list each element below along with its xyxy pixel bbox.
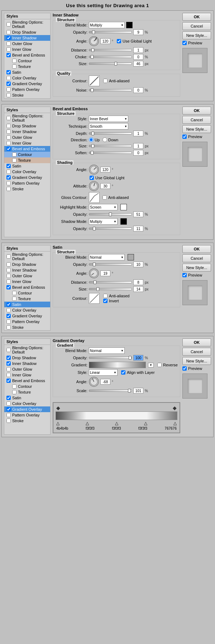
preview-check-1[interactable] (182, 41, 187, 45)
reverse-check-4[interactable] (157, 363, 162, 367)
new-style-button-2[interactable]: New Style... (182, 125, 211, 133)
soften-value-2[interactable]: 0 (133, 150, 143, 156)
cancel-button-1[interactable]: Cancel (182, 22, 211, 30)
styles-item-innerglow-4[interactable]: Inner Glow (4, 372, 50, 378)
opacity-slider-4[interactable] (89, 357, 132, 359)
soften-slider-2[interactable] (89, 152, 132, 154)
styles-item-patternoverlay-2[interactable]: Pattern Overlay (4, 180, 50, 186)
satin-invert-check-3[interactable] (103, 299, 108, 303)
styles-item-outerglow-3[interactable]: Outer Glow (4, 273, 50, 279)
styles-item-coloroverlay-1[interactable]: Color Overlay (4, 75, 50, 81)
ok-button-2[interactable]: OK (182, 107, 211, 114)
styles-item-patternoverlay-4[interactable]: Pattern Overlay (4, 412, 50, 418)
style-dropdown-4[interactable]: Linear▼ (89, 369, 118, 376)
distance-slider-1[interactable] (89, 49, 132, 51)
shading-angle-dial-2[interactable] (89, 165, 99, 175)
blend-color-swatch-3[interactable] (128, 254, 134, 260)
styles-item-stroke-2[interactable]: Stroke (4, 186, 50, 192)
gradient-bar-4[interactable] (56, 411, 177, 420)
styles-item-texture-4[interactable]: Texture (4, 389, 50, 395)
ok-button-3[interactable]: OK (182, 245, 211, 253)
opacity-value-3[interactable]: 10 (133, 262, 143, 267)
shadow-color-2[interactable] (120, 218, 127, 225)
styles-item-bevel-3[interactable]: Bevel and Emboss (4, 284, 50, 290)
depth-slider-2[interactable] (89, 132, 132, 135)
gradient-top-stop-1[interactable]: ◆ (56, 405, 60, 411)
style-dropdown-2[interactable]: Inner Bevel▼ (89, 116, 128, 122)
gradient-top-stop-5[interactable]: ◆ (173, 405, 177, 411)
ok-button-4[interactable]: OK (182, 338, 211, 346)
size-value-2[interactable]: 1 (133, 143, 143, 149)
styles-item-satin-2[interactable]: Satin (4, 163, 50, 169)
distance-value-1[interactable]: 1 (133, 47, 143, 53)
size-value-1[interactable]: 46 (133, 61, 143, 67)
gradient-bottom-stop-1[interactable]: △ (56, 421, 59, 426)
opacity-value-1[interactable]: 9 (133, 29, 143, 35)
styles-item-innerglow-3[interactable]: Inner Glow (4, 279, 50, 284)
styles-item-blending-3[interactable]: Blending Options: Default (4, 252, 50, 262)
styles-item-contour-4[interactable]: Contour (4, 384, 50, 389)
styles-item-blending-2[interactable]: Blending Options: Default (4, 113, 50, 123)
gradient-preview-4[interactable] (89, 362, 146, 368)
choke-value-1[interactable]: 0 (133, 54, 143, 60)
highlight-opacity-value-2[interactable]: 51 (133, 211, 143, 217)
styles-item-satin-4[interactable]: Satin (4, 395, 50, 401)
styles-item-bevel-2[interactable]: Bevel and Emboss (4, 146, 50, 152)
shadow-mode-dropdown-2[interactable]: Multiply▼ (89, 218, 118, 225)
styles-item-blending-1[interactable]: Blending Options: Default (4, 19, 50, 29)
size-slider-3[interactable] (89, 288, 132, 290)
distance-value-3[interactable]: 8 (133, 279, 143, 285)
styles-item-satin-1[interactable]: Satin (4, 69, 50, 75)
styles-item-texture-3[interactable]: Texture (4, 296, 50, 302)
angle-value-1[interactable]: 120 (100, 38, 110, 44)
styles-item-innershadow-3[interactable]: Inner Shadow (4, 267, 50, 273)
styles-item-innershadow-2[interactable]: Inner Shadow (4, 129, 50, 135)
styles-item-bevel-1[interactable]: Bevel and Emboss (4, 52, 50, 58)
technique-dropdown-2[interactable]: Smooth▼ (89, 123, 128, 130)
styles-item-dropshadow-3[interactable]: Drop Shadow (4, 262, 50, 267)
gradient-bottom-stop-3[interactable]: △ (115, 421, 118, 426)
cancel-button-3[interactable]: Cancel (182, 254, 211, 262)
altitude-value-2[interactable]: 30 (100, 183, 110, 189)
styles-item-stroke-4[interactable]: Stroke (4, 418, 50, 424)
opacity-value-4[interactable]: 100 (133, 355, 143, 361)
styles-item-bevel-4[interactable]: Bevel and Emboss (4, 378, 50, 384)
styles-item-stroke-1[interactable]: Stroke (4, 92, 50, 98)
cancel-button-2[interactable]: Cancel (182, 116, 211, 124)
angle-dial-1[interactable] (89, 36, 99, 46)
blend-mode-dropdown-1[interactable]: Multiply▼ (89, 22, 125, 28)
styles-item-satin-3[interactable]: Satin (4, 302, 50, 307)
opacity-slider-1[interactable] (89, 31, 132, 33)
styles-item-texture-2[interactable]: Texture (4, 157, 50, 163)
preview-check-2[interactable] (182, 135, 187, 139)
choke-slider-1[interactable] (89, 56, 132, 58)
styles-item-outerglow-4[interactable]: Outer Glow (4, 366, 50, 372)
angle-value-4[interactable]: -68 (100, 379, 110, 385)
opacity-slider-3[interactable] (89, 263, 132, 265)
styles-item-gradientoverlay-1[interactable]: Gradient Overlay (4, 81, 50, 87)
shading-angle-value-2[interactable]: 120 (100, 167, 110, 172)
styles-item-dropshadow-1[interactable]: Drop Shadow (4, 29, 50, 35)
blend-mode-dropdown-3[interactable]: Normal▼ (89, 254, 125, 260)
styles-item-innershadow-4[interactable]: Inner Shadow (4, 361, 50, 366)
styles-item-texture-1[interactable]: Texture (4, 64, 50, 69)
angle-value-3[interactable]: 19 (100, 270, 110, 276)
blend-mode-dropdown-4[interactable]: Normal▼ (89, 347, 125, 354)
cancel-button-4[interactable]: Cancel (182, 348, 211, 356)
size-value-3[interactable]: 14 (133, 286, 143, 292)
highlight-mode-dropdown-2[interactable]: Screen▼ (89, 204, 118, 210)
styles-item-coloroverlay-2[interactable]: Color Overlay (4, 169, 50, 175)
styles-item-innerglow-2[interactable]: Inner Glow (4, 140, 50, 146)
new-style-button-1[interactable]: New Style... (182, 31, 211, 39)
noise-slider-1[interactable] (89, 89, 132, 91)
highlight-color-2[interactable] (120, 204, 127, 210)
styles-item-contour-3[interactable]: Contour (4, 290, 50, 296)
angle-dial-3[interactable] (89, 268, 99, 278)
gloss-antialias-check-2[interactable] (102, 195, 107, 200)
satin-antialias-check-3[interactable] (103, 294, 108, 298)
preview-check-3[interactable] (182, 273, 187, 277)
styles-item-dropshadow-2[interactable]: Drop Shadow (4, 123, 50, 129)
noise-value-1[interactable]: 0 (133, 87, 143, 93)
size-slider-2[interactable] (89, 145, 132, 147)
gradient-bottom-stop-4[interactable]: △ (144, 421, 147, 426)
